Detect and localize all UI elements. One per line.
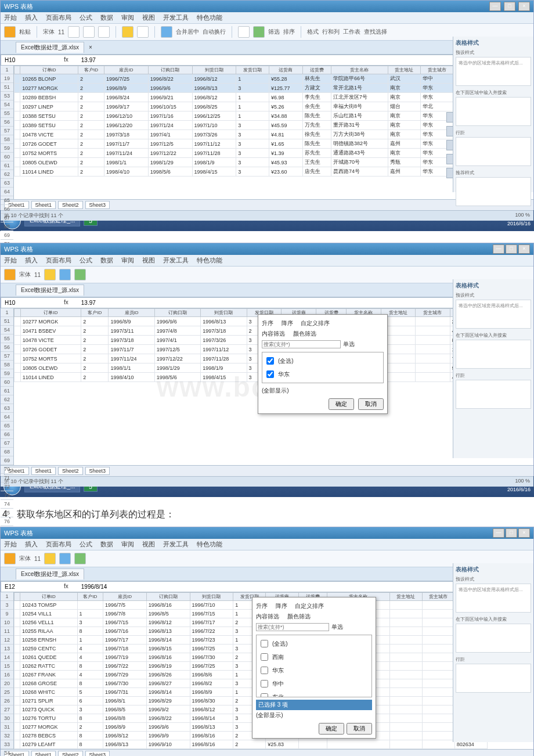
font-name[interactable]: 宋体 xyxy=(43,28,55,36)
side-panel-spacing[interactable] xyxy=(456,137,531,166)
maximize-button[interactable]: □ xyxy=(506,244,517,254)
menu-insert[interactable]: 插入 xyxy=(25,13,38,22)
font-size[interactable]: 11 xyxy=(58,29,64,35)
sheet-label[interactable]: 工作表 xyxy=(343,28,360,36)
font-size[interactable]: 11 xyxy=(34,272,41,278)
side-panel-preview[interactable]: 将选中的区域套用表格样式后... xyxy=(456,57,531,86)
color-filter[interactable]: 颜色筛选 xyxy=(287,613,311,621)
filter-search[interactable] xyxy=(256,623,329,631)
menu-layout[interactable]: 页面布局 xyxy=(46,13,71,22)
filter-label[interactable]: 筛选 xyxy=(268,28,280,36)
search-go[interactable]: 单选 xyxy=(331,623,343,631)
fill-color-icon[interactable] xyxy=(44,553,56,564)
wrap-label[interactable]: 自动换行 xyxy=(203,28,226,36)
paste-icon[interactable] xyxy=(4,553,16,564)
filter-opt-all[interactable] xyxy=(266,357,274,365)
menu-formula[interactable]: 公式 xyxy=(80,540,92,549)
filter-ok-button[interactable]: 确定 xyxy=(329,398,354,410)
filter-cancel-button[interactable]: 取消 xyxy=(347,723,372,735)
minimize-button[interactable]: — xyxy=(489,2,501,11)
side-panel-search[interactable] xyxy=(456,624,531,653)
rowcol-label[interactable]: 行和列 xyxy=(322,28,340,36)
sort-label[interactable]: 排序 xyxy=(283,28,295,36)
fill-color-icon[interactable] xyxy=(122,26,134,38)
filter-opt[interactable] xyxy=(261,693,268,697)
italic-icon[interactable] xyxy=(83,26,95,38)
format-label[interactable]: 格式 xyxy=(307,28,319,36)
minimize-button[interactable]: — xyxy=(493,528,504,538)
cell-value[interactable] xyxy=(80,583,257,591)
filter-option-list[interactable]: (全选) 华东 xyxy=(262,352,384,383)
menu-view[interactable]: 视图 xyxy=(142,13,155,22)
side-panel-spacing[interactable] xyxy=(456,664,531,693)
file-tab[interactable]: Excel数据处理_源.xlsx xyxy=(16,285,84,296)
show-all-label[interactable]: (全部显示) xyxy=(256,710,372,721)
merge-icon[interactable] xyxy=(59,553,71,564)
tab-close[interactable]: × xyxy=(89,44,92,51)
menu-formula[interactable]: 公式 xyxy=(80,256,92,265)
menu-review[interactable]: 审阅 xyxy=(121,256,134,265)
cell-address[interactable] xyxy=(3,299,52,307)
close-button[interactable]: × xyxy=(518,528,530,538)
sort-desc[interactable]: 降序 xyxy=(276,602,287,610)
merge-icon[interactable] xyxy=(59,269,71,280)
border-icon[interactable] xyxy=(137,26,149,38)
fx-label[interactable]: fx xyxy=(64,583,68,591)
close-button[interactable]: × xyxy=(518,2,530,11)
sheet-tab-3[interactable]: Sheet2 xyxy=(58,467,83,475)
menu-dev[interactable]: 开发工具 xyxy=(163,256,189,265)
zoom-level[interactable]: 100 % xyxy=(515,478,530,485)
menu-layout[interactable]: 页面布局 xyxy=(46,540,71,549)
font-name[interactable]: 宋体 xyxy=(19,555,31,563)
sort-desc[interactable]: 降序 xyxy=(282,319,293,327)
cell-address[interactable] xyxy=(3,56,52,64)
cell-address[interactable] xyxy=(3,583,52,591)
sheet-tab-2[interactable]: Sheet1 xyxy=(31,751,56,756)
menu-feature[interactable]: 特色功能 xyxy=(197,13,222,22)
menu-data[interactable]: 数据 xyxy=(100,13,113,22)
menu-review[interactable]: 审阅 xyxy=(121,13,134,22)
fill-color-icon[interactable] xyxy=(44,269,56,280)
filter-cancel-button[interactable]: 取消 xyxy=(358,398,384,410)
paste-icon[interactable] xyxy=(4,26,16,38)
side-panel-search[interactable] xyxy=(456,340,531,369)
filter-opt[interactable] xyxy=(261,640,268,647)
file-tab[interactable]: Excel数据处理_源.xlsx xyxy=(16,42,84,53)
minimize-button[interactable]: — xyxy=(493,244,504,254)
menu-insert[interactable]: 插入 xyxy=(25,540,38,549)
menu-insert[interactable]: 插入 xyxy=(25,256,38,265)
filter-icon[interactable] xyxy=(74,553,86,564)
filter-opt[interactable] xyxy=(261,653,268,661)
font-name[interactable]: 宋体 xyxy=(19,271,31,279)
filter-search[interactable] xyxy=(262,340,341,348)
cell-value[interactable] xyxy=(80,299,257,307)
bold-icon[interactable] xyxy=(68,26,80,38)
sheet-tab-4[interactable]: Sheet3 xyxy=(85,751,110,756)
sum-icon[interactable] xyxy=(238,26,250,38)
maximize-button[interactable]: □ xyxy=(506,528,517,538)
sheet-tab-4[interactable]: Sheet3 xyxy=(85,467,110,475)
menu-view[interactable]: 视图 xyxy=(142,540,155,549)
custom-sort[interactable]: 自定义排序 xyxy=(295,602,324,610)
sort-asc[interactable]: 升序 xyxy=(256,602,268,610)
filter-opt[interactable] xyxy=(261,680,268,687)
menu-layout[interactable]: 页面布局 xyxy=(46,256,71,265)
filter-icon[interactable] xyxy=(253,26,265,38)
menu-view[interactable]: 视图 xyxy=(142,256,155,265)
menu-dev[interactable]: 开发工具 xyxy=(163,540,189,549)
cell-value[interactable] xyxy=(80,56,257,64)
filter-option-list[interactable]: (全选) 西南 华东 华中 东北 西南 华南 华北 xyxy=(256,635,372,697)
side-panel-recommend[interactable] xyxy=(456,177,531,206)
zoom-level[interactable]: 100 % xyxy=(515,212,530,219)
sort-asc[interactable]: 升序 xyxy=(262,319,273,327)
menu-dev[interactable]: 开发工具 xyxy=(163,13,189,22)
sheet-tab-4[interactable]: Sheet3 xyxy=(85,201,110,209)
filter-icon[interactable] xyxy=(74,269,86,280)
color-filter[interactable]: 颜色筛选 xyxy=(293,330,316,338)
close-button[interactable]: × xyxy=(518,244,530,254)
content-filter[interactable]: 内容筛选 xyxy=(256,613,279,621)
merge-icon[interactable] xyxy=(161,26,172,38)
side-panel-spacing[interactable] xyxy=(456,380,531,409)
find-label[interactable]: 查找选择 xyxy=(364,28,387,36)
menu-start[interactable]: 开始 xyxy=(4,13,17,22)
